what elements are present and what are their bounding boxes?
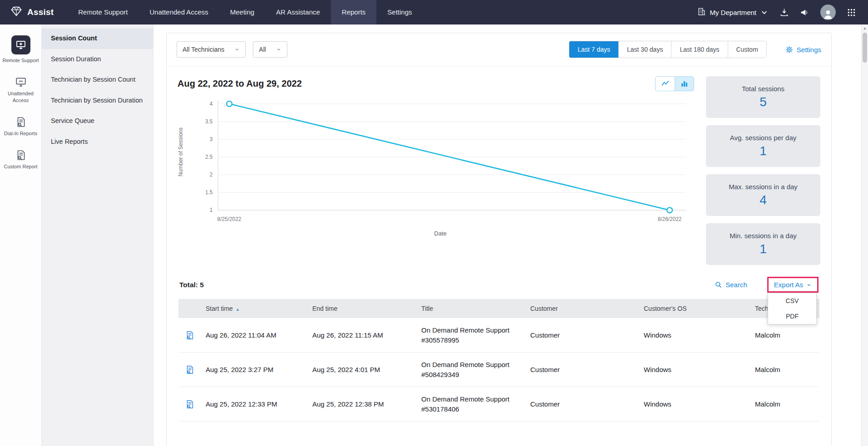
report-card: All Technicians All Last 7 days Last 30 …	[166, 33, 832, 446]
brand[interactable]: Assist	[0, 5, 67, 20]
svg-text:3.5: 3.5	[205, 118, 213, 125]
stat-label: Avg. sessions per day	[730, 134, 796, 142]
cell-start-time: Aug 25, 2022 3:27 PM	[206, 360, 312, 379]
department-label: My Department	[710, 9, 756, 16]
nav-item-settings[interactable]: Settings	[376, 0, 423, 25]
chevron-down-icon	[760, 8, 769, 17]
range-button-last-180-days[interactable]: Last 180 days	[671, 41, 727, 58]
technician-filter-select[interactable]: All Technicians	[177, 41, 246, 58]
sidebar-item-service-queue[interactable]: Service Queue	[42, 111, 153, 132]
cell-customer-os: Windows	[644, 395, 755, 414]
bar-chart-toggle-button[interactable]	[675, 77, 694, 91]
sidebar-item-technician-by-session-duration[interactable]: Technician by Session Duration	[42, 90, 153, 111]
date-range-group: Last 7 days Last 30 days Last 180 days C…	[569, 41, 766, 58]
table-header: Start time▲ End time Title Customer Cust…	[178, 299, 819, 318]
range-button-last-7-days[interactable]: Last 7 days	[569, 41, 618, 58]
export-wrap: Export As CSV PDF	[767, 277, 819, 293]
technician-filter-value: All Technicians	[182, 46, 224, 53]
search-icon	[715, 281, 722, 289]
gear-icon	[785, 45, 794, 54]
export-option-pdf[interactable]: PDF	[768, 309, 816, 324]
column-header-title[interactable]: Title	[421, 300, 530, 317]
scroll-up-arrow[interactable]: ▲	[862, 25, 868, 30]
export-as-label: Export As	[774, 281, 803, 289]
column-header-customer[interactable]: Customer	[530, 300, 644, 317]
stat-value: 1	[760, 242, 767, 256]
cell-customer-os: Windows	[644, 326, 755, 345]
chart-type-toggle	[655, 76, 694, 91]
rail-label: Remote Support	[2, 58, 39, 63]
range-button-custom[interactable]: Custom	[728, 41, 766, 58]
stat-label: Total sessions	[742, 85, 784, 93]
chevron-down-icon	[806, 282, 812, 288]
rail-item-custom-report[interactable]: Custom Report	[1, 149, 40, 170]
top-nav: Assist Remote Support Unattended Access …	[0, 0, 868, 25]
range-button-last-30-days[interactable]: Last 30 days	[618, 41, 671, 58]
nav-item-unattended-access[interactable]: Unattended Access	[138, 0, 219, 25]
chart-section: Aug 22, 2022 to Aug 29, 2022 Number of S…	[167, 66, 831, 268]
table-row[interactable]: Aug 26, 2022 11:04 AM Aug 26, 2022 11:15…	[178, 318, 819, 353]
filter-bar: All Technicians All Last 7 days Last 30 …	[167, 33, 831, 66]
announcement-icon[interactable]	[800, 8, 809, 17]
stat-value: 4	[760, 193, 767, 207]
cell-title: On Demand Remote Support #305578995	[421, 321, 530, 350]
settings-button[interactable]: Settings	[785, 45, 821, 54]
department-selector[interactable]: My Department	[697, 7, 769, 17]
session-type-filter-select[interactable]: All	[253, 41, 287, 58]
brand-name: Assist	[27, 7, 54, 17]
stat-label: Min. sessions in a day	[730, 232, 797, 240]
line-chart-toggle-button[interactable]	[656, 77, 675, 91]
nav-item-ar-assistance[interactable]: AR Assistance	[265, 0, 331, 25]
user-avatar[interactable]	[820, 5, 836, 20]
nav-item-reports[interactable]: Reports	[331, 0, 377, 25]
dial-in-reports-icon	[15, 116, 27, 128]
svg-text:3: 3	[210, 136, 213, 142]
sidebar-item-technician-by-session-count[interactable]: Technician by Session Count	[42, 69, 153, 90]
stat-card-min-sessions: Min. sessions in a day 1	[706, 223, 820, 265]
session-report-icon	[185, 399, 195, 409]
stat-card-max-sessions: Max. sessions in a day 4	[706, 174, 820, 216]
sidebar-item-live-reports[interactable]: Live Reports	[42, 132, 153, 152]
session-report-icon	[185, 365, 195, 375]
primary-nav: Remote Support Unattended Access Meeting…	[67, 0, 423, 25]
export-as-button[interactable]: Export As	[767, 277, 819, 293]
cell-title: On Demand Remote Support #530178406	[421, 390, 530, 419]
vertical-scrollbar[interactable]: ▲	[861, 25, 868, 446]
scrollbar-thumb[interactable]	[863, 33, 867, 63]
svg-text:2.5: 2.5	[205, 154, 213, 160]
cell-technician: Malcolm	[755, 395, 819, 414]
session-type-filter-value: All	[259, 46, 266, 53]
column-header-end-time[interactable]: End time	[312, 300, 421, 317]
cell-customer: Customer	[530, 395, 644, 414]
export-option-csv[interactable]: CSV	[768, 293, 816, 309]
apps-grid-icon[interactable]	[847, 8, 856, 17]
table-row[interactable]: Aug 25, 2022 3:27 PM Aug 25, 2022 4:01 P…	[178, 353, 819, 387]
reports-sidebar: Session Count Session Duration Technicia…	[42, 25, 153, 446]
search-button[interactable]: Search	[715, 281, 747, 289]
svg-text:1.5: 1.5	[205, 189, 213, 196]
nav-item-remote-support[interactable]: Remote Support	[67, 0, 138, 25]
svg-text:8/25/2022: 8/25/2022	[217, 216, 242, 222]
table-toolbar: Total: 5 Search Export As CSV PDF	[167, 268, 831, 299]
rail-item-dial-in-reports[interactable]: Dial-In Reports	[1, 116, 40, 137]
download-icon[interactable]	[779, 8, 789, 17]
unattended-access-icon	[15, 76, 27, 88]
line-chart-icon	[661, 79, 670, 88]
cell-title: On Demand Remote Support #508429349	[421, 355, 530, 384]
total-count: Total: 5	[179, 281, 204, 289]
chart-canvas: 11.522.533.548/25/20228/26/2022	[187, 96, 694, 228]
rail-item-remote-support[interactable]: Remote Support	[1, 35, 40, 64]
column-header-customer-os[interactable]: Customer's OS	[644, 300, 755, 317]
table-row[interactable]: Aug 25, 2022 12:33 PM Aug 25, 2022 12:38…	[178, 387, 819, 421]
sidebar-item-session-duration[interactable]: Session Duration	[42, 49, 153, 70]
rail-item-unattended-access[interactable]: Unattended Access	[1, 76, 40, 103]
cell-customer: Customer	[530, 360, 644, 379]
sidebar-item-session-count[interactable]: Session Count	[42, 28, 153, 49]
nav-item-meeting[interactable]: Meeting	[219, 0, 265, 25]
chevron-down-icon	[234, 47, 240, 52]
column-header-start-time[interactable]: Start time▲	[206, 300, 312, 317]
cell-start-time: Aug 25, 2022 12:33 PM	[206, 395, 312, 414]
stat-value: 1	[760, 144, 767, 158]
building-icon	[697, 7, 706, 17]
cell-start-time: Aug 26, 2022 11:04 AM	[206, 326, 312, 345]
